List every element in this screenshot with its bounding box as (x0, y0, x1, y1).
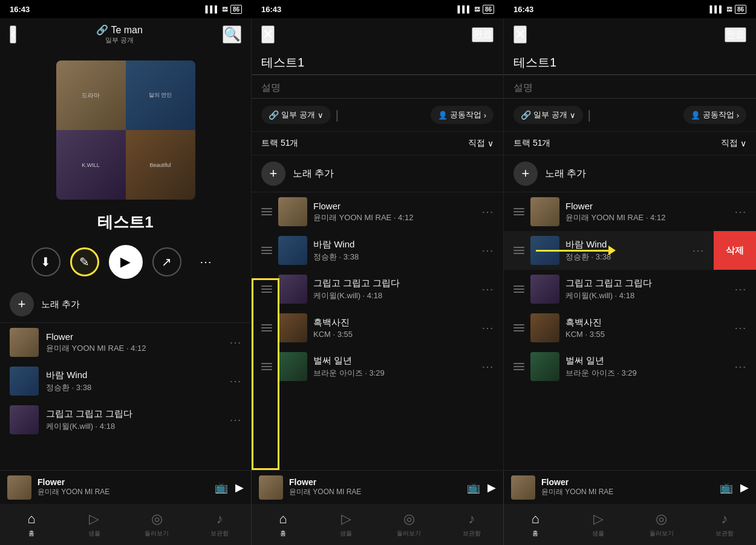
add-song-bar-p2[interactable]: + 노래 추가 (252, 155, 503, 192)
more-icon-4-p2[interactable]: ⋯ (481, 321, 494, 335)
add-song-row[interactable]: + 노래 추가 (0, 286, 251, 323)
nav-sample-p2[interactable]: ▷ 샘플 (314, 504, 377, 545)
edit-button[interactable]: ✎ (70, 247, 99, 276)
song-item-2-p1[interactable]: 바람 Wind 정승환 · 3:38 ⋯ (0, 362, 251, 400)
play-pause-p3[interactable]: ▶ (740, 481, 749, 494)
add-song-bar-p3[interactable]: + 노래 추가 (504, 155, 756, 192)
close-button-p2[interactable]: ✕ (261, 25, 275, 44)
share-button[interactable]: ↗ (152, 247, 181, 276)
drag-handle-3-p3[interactable] (513, 286, 524, 293)
nav-sample-p3[interactable]: ▷ 샘플 (567, 504, 630, 545)
cast-button-p3[interactable]: 📺 (720, 481, 733, 494)
np-title-p1: Flower (37, 477, 209, 487)
drag-handle-4-p2[interactable] (261, 324, 272, 331)
song-artist-2-p2: 정승환 · 3:38 (313, 252, 475, 263)
search-button[interactable]: 🔍 (223, 25, 241, 44)
nav-library-p3[interactable]: ♪ 보관함 (693, 504, 756, 545)
playlist-desc-input-p3[interactable] (504, 77, 756, 99)
visibility-chip-p3[interactable]: 🔗 일부 공개 ∨ (513, 106, 583, 124)
np-controls-p3: 📺 ▶ (720, 481, 749, 494)
edit-song-item-2-p3[interactable]: 바람 Wind 정승환 · 3:38 ⋯ (504, 231, 714, 270)
more-icon-3-p1[interactable]: ⋯ (229, 413, 241, 427)
add-song-icon: + (10, 292, 34, 316)
more-icon-1-p2[interactable]: ⋯ (481, 204, 494, 219)
drag-handle-4-p3[interactable] (513, 324, 524, 331)
more-button[interactable]: ⋯ (191, 247, 220, 276)
more-icon-5-p2[interactable]: ⋯ (481, 359, 494, 374)
song-item-3-p1[interactable]: 그립고 그립고 그립다 케이윌(K.will) · 4:18 ⋯ (0, 400, 251, 439)
close-button-p3[interactable]: ✕ (513, 25, 527, 44)
nav-library-p1[interactable]: ♪ 보관함 (188, 504, 251, 545)
collab-chip-p2[interactable]: 👤 공동작업 › (431, 106, 494, 124)
song-info-2-p2: 바람 Wind 정승환 · 3:38 (313, 239, 475, 263)
more-icon-1-p1[interactable]: ⋯ (229, 335, 241, 350)
nav-explore-p1[interactable]: ◎ 둘러보기 (126, 504, 189, 545)
done-button-p3[interactable]: 완료 (725, 27, 746, 42)
sort-button-p3[interactable]: 직접 ∨ (721, 138, 746, 149)
edit-song-item-5-p3[interactable]: 벌써 일년 브라운 아이즈 · 3:29 ⋯ (504, 347, 756, 386)
more-icon-5-p3[interactable]: ⋯ (734, 359, 746, 374)
nav-explore-p2[interactable]: ◎ 둘러보기 (377, 504, 440, 545)
add-circle-p2: + (261, 162, 285, 186)
edit-song-item-4-p3[interactable]: 흑백사진 KCM · 3:55 ⋯ (504, 308, 756, 347)
nav-explore-p3[interactable]: ◎ 둘러보기 (630, 504, 693, 545)
edit-song-item-3-p2[interactable]: 그립고 그립고 그립다 케이윌(K.will) · 4:18 ⋯ (252, 270, 503, 308)
more-icon-2-p1[interactable]: ⋯ (229, 374, 241, 388)
edit-song-item-2-p2[interactable]: 바람 Wind 정승환 · 3:38 ⋯ (252, 231, 503, 270)
nav-home-p2[interactable]: ⌂ 홈 (252, 504, 314, 545)
home-label-p2: 홈 (280, 529, 286, 538)
nav-home-p3[interactable]: ⌂ 홈 (504, 504, 567, 545)
edit-song-item-5-p2[interactable]: 벌써 일년 브라운 아이즈 · 3:29 ⋯ (252, 347, 503, 386)
edit-song-item-3-p3[interactable]: 그립고 그립고 그립다 케이윌(K.will) · 4:18 ⋯ (504, 270, 756, 308)
delete-button-p3[interactable]: 삭제 (714, 231, 756, 270)
nav-sample-p1[interactable]: ▷ 샘플 (63, 504, 126, 545)
panel-edit: ✕ 완료 🔗 일부 공개 ∨ | 👤 공동작업 › 트랙 51개 직접 ∨ (252, 18, 504, 470)
edit-song-item-1-p2[interactable]: Flower 윤미래 YOON MI RAE · 4:12 ⋯ (252, 192, 503, 231)
link-icon-p2: 🔗 (269, 110, 279, 120)
drag-handle-5-p3[interactable] (513, 363, 524, 370)
drag-handle-2-p3[interactable] (513, 247, 524, 254)
sort-button-p2[interactable]: 직접 ∨ (468, 138, 494, 149)
wifi-icon-1: 𝌕 (222, 5, 228, 13)
visibility-chip-p2[interactable]: 🔗 일부 공개 ∨ (261, 106, 331, 124)
play-pause-p2[interactable]: ▶ (487, 481, 496, 494)
header-username: Te man (111, 25, 142, 36)
more-icon-1-p3[interactable]: ⋯ (734, 204, 746, 219)
playlist-name-input-p3[interactable] (504, 51, 756, 75)
collab-chip-p3[interactable]: 👤 공동작업 › (683, 106, 746, 124)
sample-icon-p2: ▷ (341, 511, 351, 527)
song-item-1-p1[interactable]: Flower 윤미래 YOON MI RAE · 4:12 ⋯ (0, 323, 251, 362)
playlist-desc-input-p2[interactable] (252, 77, 503, 99)
sample-label-p1: 샘플 (88, 529, 100, 538)
library-label-p2: 보관함 (463, 529, 481, 538)
drag-handle-1-p3[interactable] (513, 208, 524, 215)
more-icon-2-p2[interactable]: ⋯ (481, 243, 494, 258)
drag-handle-3-p2[interactable] (261, 286, 272, 293)
back-button[interactable]: ‹ (10, 25, 16, 44)
song-thumb-4-p2 (278, 313, 307, 342)
drag-handle-5-p2[interactable] (261, 363, 272, 370)
more-icon-3-p3[interactable]: ⋯ (734, 282, 746, 296)
play-button[interactable]: ▶ (109, 245, 143, 279)
more-icon-2-p3[interactable]: ⋯ (692, 243, 704, 258)
play-pause-p1[interactable]: ▶ (235, 481, 244, 494)
edit-song-item-1-p3[interactable]: Flower 윤미래 YOON MI RAE · 4:12 ⋯ (504, 192, 756, 231)
edit-song-item-4-p2[interactable]: 흑백사진 KCM · 3:55 ⋯ (252, 308, 503, 347)
more-icon-3-p2[interactable]: ⋯ (481, 282, 494, 296)
cast-button-p1[interactable]: 📺 (215, 481, 228, 494)
header-title-area: 🔗 Te man 일부 공개 (96, 24, 142, 45)
song-thumb-3-p2 (278, 275, 307, 304)
playlist-name-input-p2[interactable] (252, 51, 503, 75)
drag-handle-1-p2[interactable] (261, 208, 272, 215)
more-icon-4-p3[interactable]: ⋯ (734, 321, 746, 335)
nav-home-p1[interactable]: ⌂ 홈 (0, 504, 63, 545)
np-thumb-p1 (7, 475, 31, 500)
chevron-right-icon-p2: › (484, 111, 486, 120)
action-buttons: ⬇ ✎ ▶ ↗ ⋯ (0, 238, 251, 286)
nav-library-p2[interactable]: ♪ 보관함 (440, 504, 503, 545)
drag-handle-2-p2[interactable] (261, 247, 272, 254)
done-button-p2[interactable]: 완료 (472, 27, 494, 42)
explore-icon-p3: ◎ (656, 511, 667, 527)
download-button[interactable]: ⬇ (31, 247, 60, 276)
cast-button-p2[interactable]: 📺 (467, 481, 480, 494)
